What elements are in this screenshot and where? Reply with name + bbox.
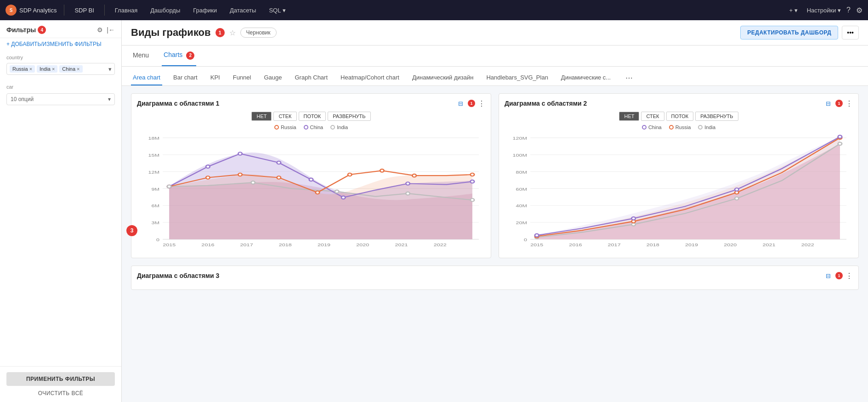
nav-home[interactable]: Главная [110,5,142,16]
svg-point-16 [277,176,281,179]
ctrl2-net[interactable]: НЕТ [619,112,639,121]
subtab-graph-chart[interactable]: Graph Chart [293,70,330,85]
legend2-china: China [642,125,662,130]
chart3-filter-badge: 1 [835,272,843,279]
chart2-header: Диаграмма с областями 2 ⊟ 1 ⋮ [505,99,853,108]
filter-country-tags[interactable]: Russia × India × China × ▾ [6,63,115,75]
svg-point-32 [335,190,339,193]
legend1-india-dot [330,125,335,130]
badge-3: 3 [126,225,137,236]
legend1-russia-label: Russia [281,125,296,130]
subtab-dynamic2[interactable]: Динамические с... [559,70,613,85]
chart2-more-btn[interactable]: ⋮ [845,99,853,108]
svg-text:2018: 2018 [279,242,292,247]
svg-point-27 [341,196,345,199]
config-icon[interactable]: ⚙ [856,6,862,15]
legend1-china: China [304,125,323,130]
svg-point-14 [206,176,210,179]
chart2-actions: ⊟ 1 ⋮ [826,99,853,108]
svg-point-17 [316,191,319,194]
svg-text:2019: 2019 [685,242,698,247]
star-btn[interactable]: ☆ [229,28,236,37]
svg-point-59 [735,197,738,200]
page-badge: 1 [216,28,225,37]
country-dropdown-arrow[interactable]: ▾ [108,66,112,73]
svg-text:15M: 15M [148,153,160,157]
clear-filters-btn[interactable]: ОЧИСТИТЬ ВСЁ [6,390,115,396]
chart2-svg: 120M 100M 80M 60M 40M 20M 0 [505,133,853,252]
subtab-more[interactable]: ⋯ [624,72,635,84]
svg-text:40M: 40M [516,203,528,208]
filter-country-section: country Russia × India × China × ▾ [0,50,121,79]
add-filter-link[interactable]: + ДОБАВИТЬ/ИЗМЕНИТЬ ФИЛЬТРЫ [0,38,121,50]
chart2-controls: НЕТ СТЕК ПОТОК РАЗВЕРНУТЬ [505,112,853,121]
legend2-russia-label: Russia [675,125,691,130]
edit-dashboard-btn[interactable]: РЕДАКТИРОВАТЬ ДАШБОРД [740,26,838,40]
nav-dashboards[interactable]: Дашборды [146,5,185,16]
ctrl1-net[interactable]: НЕТ [251,112,272,121]
help-btn[interactable]: ? [846,6,851,14]
subtab-heatmap[interactable]: Heatmap/Cohort chart [339,70,401,85]
remove-china[interactable]: × [77,66,79,72]
svg-point-28 [406,182,409,185]
tab-charts[interactable]: Charts 2 [162,45,196,66]
subtab-area-chart[interactable]: Area chart [131,70,162,85]
charts-grid: Диаграмма с областями 1 ⊟ 1 ⋮ НЕТ СТЕК П… [122,86,868,266]
legend2-china-label: China [648,125,662,130]
svg-point-19 [380,169,384,172]
svg-point-31 [251,181,255,184]
chart1-filter-icon[interactable]: ⊟ [458,100,463,107]
chart3-actions: ⊟ 1 ⋮ [826,272,853,280]
chart3-filter-icon[interactable]: ⊟ [826,272,831,279]
nav-datasets[interactable]: Датасеты [225,5,261,16]
settings-icon[interactable]: ⚙ [97,26,103,34]
sdp-bi-btn[interactable]: SDP BI [70,5,98,16]
filter-count-badge: 4 [38,26,46,34]
sidebar-footer: ПРИМЕНИТЬ ФИЛЬТРЫ ОЧИСТИТЬ ВСЁ [0,366,121,402]
subtab-gauge[interactable]: Gauge [262,70,284,85]
svg-text:0: 0 [156,237,159,242]
ctrl2-stek[interactable]: СТЕК [641,112,664,121]
svg-text:6M: 6M [152,203,160,208]
apply-filters-btn[interactable]: ПРИМЕНИТЬ ФИЛЬТРЫ [6,372,115,386]
svg-point-15 [238,173,242,176]
chart-card-3: Диаграмма с областями 3 ⊟ 1 ⋮ [131,266,859,290]
nav-charts[interactable]: Графики [188,5,221,16]
bottom-section: Диаграмма с областями 3 ⊟ 1 ⋮ [122,266,868,297]
nav-sql[interactable]: SQL ▾ [264,5,290,16]
more-options-btn[interactable]: ••• [842,26,859,40]
svg-text:60M: 60M [516,187,528,191]
svg-point-25 [277,161,281,164]
subtab-handlebars[interactable]: Handlebars_SVG_Plan [484,70,550,85]
ctrl1-expand[interactable]: РАЗВЕРНУТЬ [328,112,370,121]
subtab-kpi[interactable]: KPI [209,70,222,85]
subtab-bar-chart[interactable]: Bar chart [171,70,199,85]
settings-btn[interactable]: Настройки ▾ [807,7,841,14]
svg-text:3M: 3M [152,220,160,225]
filter-car-label: car [6,84,115,90]
add-btn[interactable]: + ▾ [786,6,801,15]
ctrl1-stream[interactable]: ПОТОК [299,112,326,121]
tab-menu[interactable]: Menu [131,46,151,65]
ctrl2-stream[interactable]: ПОТОК [666,112,694,121]
ctrl1-stek[interactable]: СТЕК [273,112,296,121]
sub-tabs: Area chart Bar chart KPI Funnel Gauge Gr… [122,67,868,86]
remove-russia[interactable]: × [29,66,32,72]
svg-point-21 [471,173,474,176]
collapse-icon[interactable]: |← [107,26,115,34]
chart-card-1: Диаграмма с областями 1 ⊟ 1 ⋮ НЕТ СТЕК П… [131,93,491,258]
brand: S SDP Analytics [6,5,57,16]
svg-text:2016: 2016 [201,242,214,247]
svg-point-24 [238,152,242,155]
subtab-dynamic[interactable]: Динамический дизайн [410,70,475,85]
filter-car-select[interactable]: 10 опций ▾ [6,93,115,105]
remove-india[interactable]: × [52,66,55,72]
chart2-legend: China Russia India [505,125,853,130]
chart2-filter-icon[interactable]: ⊟ [826,100,831,107]
chart3-more-btn[interactable]: ⋮ [845,272,853,280]
subtab-funnel[interactable]: Funnel [231,70,253,85]
chart-card-2: Диаграмма с областями 2 ⊟ 1 ⋮ НЕТ СТЕК П… [499,93,859,258]
chart1-more-btn[interactable]: ⋮ [478,99,485,108]
legend2-india-dot [698,125,703,130]
ctrl2-expand[interactable]: РАЗВЕРНУТЬ [695,112,738,121]
